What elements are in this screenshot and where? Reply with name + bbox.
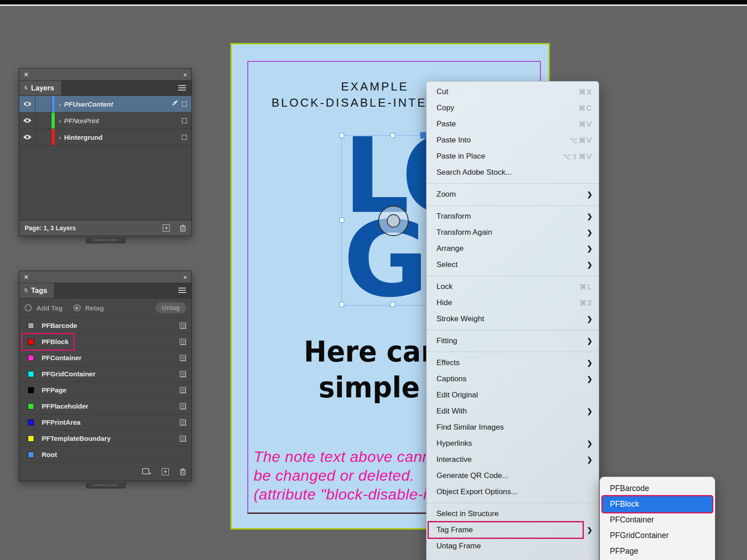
tag-row-pfbarcode[interactable]: PFBarcode <box>19 318 191 334</box>
submenu-item-pfgridcontainer[interactable]: PFGridContainer <box>603 528 712 543</box>
visibility-cell[interactable] <box>19 129 35 145</box>
lock-cell[interactable] <box>35 96 52 112</box>
selection-handle-middle-left[interactable] <box>339 218 344 223</box>
note-text-line1[interactable]: The note text above cann <box>254 448 431 465</box>
layers-panel-resize-grip[interactable] <box>86 237 125 243</box>
menu-item-generate-qr-code[interactable]: Generate QR Code... <box>427 468 599 484</box>
selection-handle-bottom-middle[interactable] <box>390 302 395 307</box>
tab-tags[interactable]: ⇅ Tags <box>19 283 55 298</box>
autotag-frame-icon[interactable] <box>180 387 186 393</box>
layer-row-pfusercontent[interactable]: › PFUserContent <box>19 96 191 112</box>
menu-item-paste-into[interactable]: Paste Into ⌥⌘V <box>427 132 599 148</box>
menu-divider <box>427 205 599 206</box>
body-text-line2[interactable]: simple t <box>319 371 442 404</box>
layers-empty-area <box>19 146 191 220</box>
menu-item-object-export-options[interactable]: Object Export Options... <box>427 484 599 500</box>
add-tag-radio[interactable] <box>25 304 32 311</box>
tags-panel-resize-grip[interactable] <box>86 482 125 488</box>
untag-button[interactable]: Untag <box>155 302 186 313</box>
autotag-frame-icon[interactable] <box>180 419 186 426</box>
menu-item-find-similar-images[interactable]: Find Similar Images <box>427 419 599 435</box>
menu-item-edit-with[interactable]: Edit With ❯ <box>427 403 599 419</box>
new-layer-icon[interactable]: + <box>163 224 170 232</box>
retag-radio[interactable] <box>73 304 81 311</box>
menu-item-edit-original[interactable]: Edit Original <box>427 387 599 403</box>
menu-item-cut[interactable]: Cut ⌘X <box>427 84 599 100</box>
expand-arrow-icon[interactable]: › <box>59 117 61 125</box>
note-text-line2[interactable]: be changed or deleted. <box>254 467 415 484</box>
close-icon[interactable]: ✕ <box>24 71 29 78</box>
panel-menu-icon[interactable] <box>178 288 186 293</box>
tag-row-pfblock[interactable]: PFBlock <box>19 334 191 350</box>
menu-item-effects[interactable]: Effects ❯ <box>427 355 599 371</box>
layer-row-hintergrund[interactable]: › Hintergrund <box>19 129 191 146</box>
menu-item-hide[interactable]: Hide ⌘3 <box>427 295 599 311</box>
tag-row-pfprintarea[interactable]: PFPrintArea <box>19 414 191 431</box>
doc-heading-line2[interactable]: BLOCK-DISABLE-INTE <box>272 96 427 110</box>
lock-cell[interactable] <box>35 129 52 145</box>
submenu-item-pfcontainer[interactable]: PFContainer <box>603 512 712 528</box>
tag-row-pftemplateboundary[interactable]: PFTemplateBoundary <box>19 431 191 447</box>
layer-row-pfnonprint[interactable]: › PFNonPrint <box>19 112 191 129</box>
menu-item-untag-frame[interactable]: Untag Frame <box>427 538 599 554</box>
collapse-panel-icon[interactable]: « <box>183 71 187 78</box>
selection-handle-top-left[interactable] <box>339 133 344 138</box>
menu-item-paste-in-place[interactable]: Paste in Place ⌥⇧⌘V <box>427 148 599 164</box>
menu-item-fitting[interactable]: Fitting ❯ <box>427 333 599 349</box>
tag-row-pfpage[interactable]: PFPage <box>19 382 191 398</box>
body-text-line1[interactable]: Here can <box>304 335 440 368</box>
menu-item-tag-frame[interactable]: Tag Frame ❯ <box>427 522 599 538</box>
autotag-frame-icon[interactable] <box>180 435 186 442</box>
autotag-frame-icon[interactable] <box>180 371 186 377</box>
content-grabber-center-icon[interactable] <box>387 214 400 228</box>
expand-arrow-icon[interactable]: › <box>59 100 61 108</box>
autotag-frame-icon[interactable] <box>180 339 186 345</box>
panel-menu-icon[interactable] <box>178 85 186 91</box>
lock-cell[interactable] <box>35 112 52 129</box>
visibility-cell[interactable] <box>19 112 35 129</box>
autotag-frame-icon[interactable] <box>180 323 186 329</box>
close-icon[interactable]: ✕ <box>24 274 29 280</box>
menu-item-interactive[interactable]: Interactive ❯ <box>427 452 599 468</box>
panel-updown-icon: ⇅ <box>24 85 28 91</box>
delete-tag-trash-icon[interactable] <box>180 468 186 475</box>
delete-layer-trash-icon[interactable] <box>180 224 186 232</box>
layer-target-square[interactable] <box>182 118 187 123</box>
autotag-frame-icon[interactable] <box>180 355 186 361</box>
layer-target-square[interactable] <box>182 135 187 140</box>
submenu-item-pfbarcode[interactable]: PFBarcode <box>603 481 712 496</box>
menu-item-select-in-structure[interactable]: Select in Structure <box>427 506 599 522</box>
selection-handle-top-middle[interactable] <box>390 133 395 138</box>
new-tag-icon[interactable]: + <box>162 468 169 475</box>
selection-handle-bottom-left[interactable] <box>339 302 344 307</box>
tag-row-root[interactable]: Root <box>19 447 191 463</box>
menu-item-search-adobe-stock[interactable]: Search Adobe Stock... <box>427 164 599 181</box>
menu-item-transform[interactable]: Transform ❯ <box>427 208 599 224</box>
menu-item-paste[interactable]: Paste ⌘V <box>427 116 599 132</box>
tag-row-pfgridcontainer[interactable]: PFGridContainer <box>19 366 191 382</box>
layer-color-bar <box>52 96 55 112</box>
submenu-item-pfblock[interactable]: PFBlock <box>603 496 712 512</box>
autotag-frame-icon[interactable] <box>180 403 186 409</box>
note-text-line3[interactable]: (attribute "block-disable-i <box>254 486 427 503</box>
tag-row-pfplaceholder[interactable]: PFPlaceholder <box>19 398 191 414</box>
menu-item-lock[interactable]: Lock ⌘L <box>427 279 599 295</box>
menu-item-hyperlinks[interactable]: Hyperlinks ❯ <box>427 435 599 452</box>
expand-arrow-icon[interactable]: › <box>59 134 61 141</box>
menu-item-arrange[interactable]: Arrange ❯ <box>427 241 599 257</box>
tag-row-pfcontainer[interactable]: PFContainer <box>19 350 191 366</box>
tab-layers[interactable]: ⇅ Layers <box>19 81 62 95</box>
layer-target-square[interactable] <box>182 102 187 107</box>
menu-item-stroke-weight[interactable]: Stroke Weight ❯ <box>427 311 599 327</box>
retag-frame-icon[interactable] <box>142 468 151 475</box>
menu-item-copy[interactable]: Copy ⌘C <box>427 100 599 116</box>
selection-handle-top-right[interactable] <box>420 132 427 138</box>
submenu-item-pfpage[interactable]: PFPage <box>603 543 712 559</box>
doc-heading-line1[interactable]: EXAMPLE <box>341 80 409 94</box>
menu-item-transform-again[interactable]: Transform Again ❯ <box>427 224 599 241</box>
visibility-cell[interactable] <box>19 96 35 112</box>
menu-item-select[interactable]: Select ❯ <box>427 257 599 273</box>
menu-item-captions[interactable]: Captions ❯ <box>427 371 599 387</box>
menu-item-zoom[interactable]: Zoom ❯ <box>427 186 599 202</box>
collapse-panel-icon[interactable]: « <box>183 273 187 280</box>
